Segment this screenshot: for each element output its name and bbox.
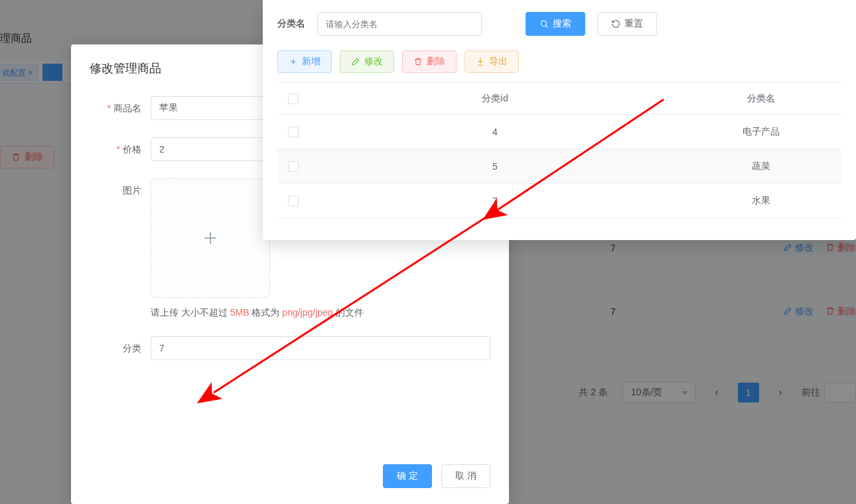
svg-point-0	[541, 21, 546, 26]
table-row[interactable]: 4 电子产品	[277, 115, 841, 149]
row-checkbox[interactable]	[288, 161, 299, 172]
product-name-label: *商品名	[90, 96, 151, 120]
category-select-panel: 分类名 搜索 重置 新增 修改 删除 导出	[263, 0, 856, 240]
search-button[interactable]: 搜索	[526, 12, 585, 36]
toolbar-add-button[interactable]: 新增	[277, 50, 332, 73]
price-label: *价格	[90, 137, 151, 161]
trash-icon	[413, 57, 423, 66]
col-name: 分类名	[681, 93, 841, 105]
image-label: 图片	[90, 178, 151, 202]
refresh-icon	[611, 19, 620, 29]
search-icon	[539, 19, 549, 29]
toolbar-delete-button[interactable]: 删除	[402, 50, 457, 73]
filter-input[interactable]	[317, 12, 482, 36]
table-row[interactable]: 7 水果	[277, 184, 841, 218]
table-header: 分类id 分类名	[277, 83, 841, 115]
cell-name: 蔬菜	[681, 160, 841, 172]
row-checkbox[interactable]	[288, 127, 299, 137]
toolbar-edit-button[interactable]: 修改	[340, 50, 394, 73]
row-checkbox[interactable]	[288, 196, 299, 206]
col-id: 分类id	[309, 93, 681, 105]
cell-id: 7	[309, 196, 681, 206]
image-uploader[interactable]	[151, 178, 270, 298]
cell-name: 电子产品	[681, 126, 841, 138]
ok-button[interactable]: 确 定	[383, 464, 432, 488]
filter-label: 分类名	[277, 18, 305, 30]
cancel-button[interactable]: 取 消	[441, 464, 490, 488]
upload-tip: 请上传 大小不超过 5MB 格式为 png/jpg/jpeg 的文件	[151, 307, 490, 319]
category-label: 分类	[90, 336, 151, 360]
plus-icon	[200, 228, 220, 248]
table-row[interactable]: 5 蔬菜	[277, 149, 841, 184]
select-all-checkbox[interactable]	[288, 94, 299, 104]
download-icon	[476, 57, 485, 66]
cell-id: 4	[309, 127, 681, 137]
toolbar-export-button[interactable]: 导出	[464, 50, 519, 73]
category-table: 分类id 分类名 4 电子产品 5 蔬菜 7 水果	[277, 82, 841, 218]
reset-button[interactable]: 重置	[597, 12, 657, 36]
cell-name: 水果	[681, 195, 841, 207]
plus-icon	[289, 57, 298, 66]
cell-id: 5	[309, 161, 681, 172]
edit-icon	[351, 57, 360, 66]
category-input[interactable]	[151, 336, 490, 360]
